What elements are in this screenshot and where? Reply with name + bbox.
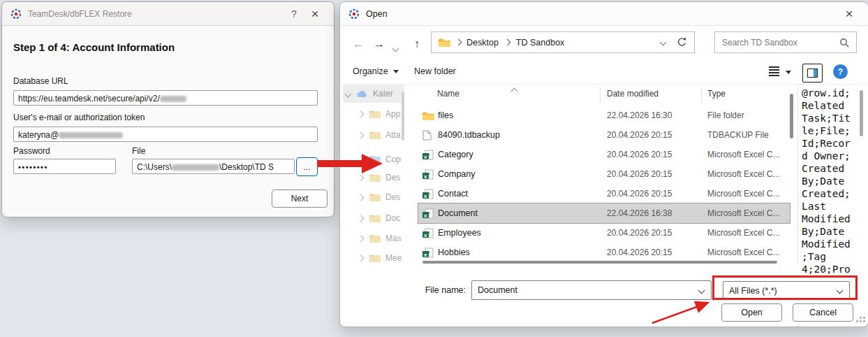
- file-icon: [422, 130, 438, 141]
- toolbar-divider: [340, 84, 868, 85]
- list-view-icon[interactable]: [769, 66, 779, 68]
- refresh-icon[interactable]: [677, 37, 687, 48]
- excel-csv-icon: a,x: [422, 169, 438, 180]
- annotation-arrow-file-type: [648, 296, 719, 327]
- preview-pane-icon: [807, 69, 818, 78]
- chevron-right-icon: [358, 110, 365, 117]
- file-row[interactable]: a,x Contact 20.04.2026 20:15 Microsoft E…: [418, 184, 790, 203]
- dropdown-triangle-icon: [393, 70, 399, 73]
- file-row[interactable]: a,x Company 20.04.2026 20:15 Microsoft E…: [418, 164, 790, 184]
- email-input[interactable]: kateryna@: [13, 127, 318, 142]
- excel-csv-icon: a,x: [422, 208, 438, 219]
- restore-title-bar: TeamDesk/dbFLEX Restore ? ×: [2, 2, 334, 26]
- close-icon[interactable]: ×: [839, 6, 860, 22]
- chevron-right-icon: [358, 254, 365, 261]
- file-label: File: [132, 146, 145, 156]
- svg-text:x: x: [424, 192, 427, 199]
- organize-button[interactable]: Organize: [353, 66, 399, 76]
- sidebar-scrollbar[interactable]: [402, 92, 404, 141]
- redacted-text: [172, 164, 219, 171]
- list-vertical-scrollbar[interactable]: [790, 94, 793, 138]
- close-icon[interactable]: ×: [304, 6, 325, 22]
- sidebar-item-folder[interactable]: Mee: [358, 251, 402, 265]
- breadcrumb-segment-desktop[interactable]: Desktop: [466, 38, 499, 48]
- chevron-right-icon: [358, 235, 365, 242]
- annotation-box-file-type: [712, 275, 858, 300]
- search-input[interactable]: Search TD Sandbox: [714, 31, 857, 53]
- redacted-text: [59, 132, 123, 138]
- file-row[interactable]: a,x Category 20.04.2026 20:15 Microsoft …: [418, 145, 790, 164]
- excel-csv-icon: a,x: [422, 248, 438, 258]
- file-preview-pane: @row.id; Related Task;Tit le;File; Id;Re…: [802, 87, 860, 275]
- breadcrumb-segment-td-sandbox[interactable]: TD Sandbox: [516, 38, 564, 48]
- sidebar-item-folder[interactable]: Atta: [358, 128, 400, 142]
- wizard-step-heading: Step 1 of 4: Account Information: [13, 41, 175, 53]
- file-row[interactable]: files 22.04.2026 16:30 File folder: [418, 106, 790, 125]
- chevron-right-icon: [358, 131, 365, 138]
- column-header-date-modified[interactable]: Date modified: [607, 89, 659, 99]
- sidebar-item-folder[interactable]: Des: [358, 190, 400, 204]
- sort-ascending-icon: [512, 84, 517, 96]
- onedrive-cloud-icon: [356, 90, 368, 98]
- column-header-type[interactable]: Type: [707, 89, 726, 99]
- recent-locations-chevron-icon[interactable]: [393, 41, 398, 54]
- restore-wizard-window: TeamDesk/dbFLEX Restore ? × Step 1 of 4:…: [1, 1, 334, 217]
- sidebar-item-folder[interactable]: App: [358, 107, 400, 121]
- resize-grip[interactable]: [860, 317, 862, 319]
- column-divider[interactable]: [600, 87, 601, 103]
- address-bar[interactable]: Desktop TD Sandbox: [431, 31, 695, 53]
- preview-scrollbar[interactable]: [860, 90, 863, 136]
- view-options-chevron-icon[interactable]: [786, 71, 791, 74]
- search-placeholder: Search TD Sandbox: [722, 38, 797, 48]
- sidebar-item-folder[interactable]: Mas: [358, 231, 402, 245]
- database-url-label: Database URL: [13, 76, 68, 86]
- excel-csv-icon: a,x: [422, 228, 438, 238]
- excel-csv-icon: a,x: [422, 189, 438, 199]
- database-url-input[interactable]: https://eu.teamdesk.net/secure/api/v2/: [13, 90, 318, 106]
- file-row-selected[interactable]: a,x Document 22.04.2026 16:38 Microsoft …: [418, 203, 790, 223]
- folder-icon: [369, 214, 381, 222]
- folder-icon: [369, 131, 381, 139]
- open-button[interactable]: Open: [721, 303, 782, 322]
- file-row[interactable]: a,x Employees 20.04.2026 20:15 Microsoft…: [418, 223, 790, 243]
- preview-pane-toggle[interactable]: [802, 64, 823, 83]
- folder-icon: [369, 193, 381, 201]
- chevron-right-icon: [358, 215, 365, 222]
- teamdesk-app-icon: [348, 8, 360, 20]
- file-row[interactable]: 84090.tdbackup 20.04.2026 20:15 TDBACKUP…: [418, 125, 790, 145]
- preview-divider: [797, 85, 798, 265]
- help-icon[interactable]: ?: [833, 64, 848, 79]
- cancel-button[interactable]: Cancel: [793, 303, 853, 322]
- back-icon[interactable]: ←: [348, 34, 368, 54]
- help-icon[interactable]: ?: [284, 8, 304, 20]
- svg-text:x: x: [424, 153, 427, 159]
- column-divider[interactable]: [701, 87, 702, 103]
- folder-icon: [369, 234, 381, 243]
- excel-csv-icon: a,x: [422, 150, 438, 160]
- svg-text:x: x: [424, 173, 427, 179]
- folder-icon: [369, 254, 381, 262]
- breadcrumb-chevron-icon: [503, 39, 510, 46]
- svg-text:x: x: [424, 212, 427, 218]
- sidebar-item-onedrive[interactable]: Kater: [346, 87, 393, 101]
- horizontal-scrollbar[interactable]: [422, 261, 777, 264]
- folder-icon: [369, 110, 381, 118]
- search-icon: [839, 38, 849, 48]
- folder-icon: [439, 38, 450, 47]
- email-label: User's e-mail or authorization token: [13, 113, 145, 122]
- file-row[interactable]: a,x Hobbies 20.04.2026 20:15 Microsoft E…: [418, 243, 790, 262]
- up-icon[interactable]: ↑: [407, 34, 427, 54]
- password-input[interactable]: ••••••••: [13, 159, 116, 174]
- forward-icon[interactable]: →: [369, 34, 389, 54]
- redacted-text: [160, 96, 186, 102]
- column-header-name[interactable]: Name: [437, 89, 459, 99]
- svg-text:x: x: [424, 251, 427, 257]
- open-dialog-title-bar: Open ×: [340, 2, 868, 26]
- next-button[interactable]: Next: [272, 189, 328, 208]
- browse-button[interactable]: ...: [296, 157, 318, 176]
- new-folder-button[interactable]: New folder: [414, 66, 456, 76]
- file-name-label: File name:: [413, 285, 466, 295]
- address-dropdown-chevron-icon[interactable]: [660, 39, 667, 46]
- file-path-input[interactable]: C:\Users\\Desktop\TD S: [132, 159, 295, 174]
- sidebar-item-folder[interactable]: Doc: [358, 211, 400, 225]
